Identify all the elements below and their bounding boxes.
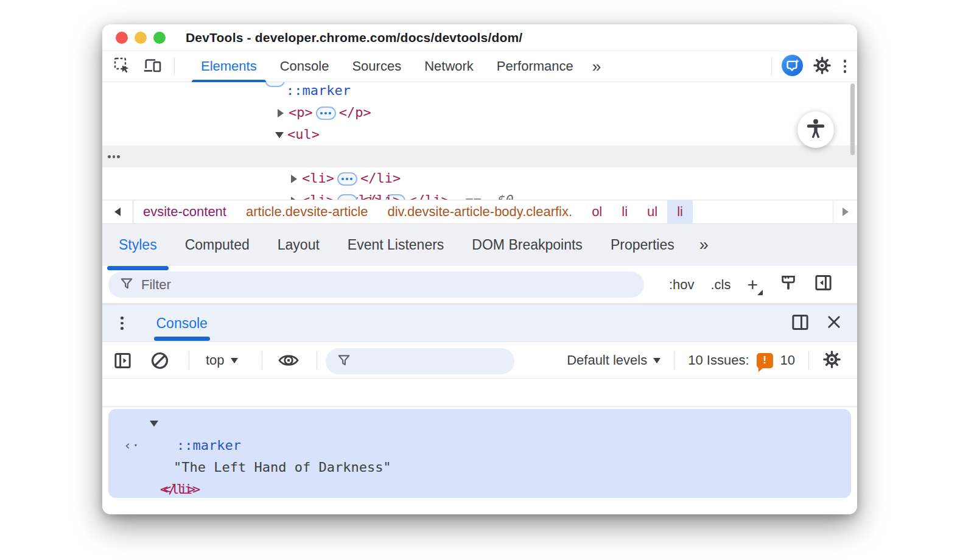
tab-event-listeners[interactable]: Event Listeners: [334, 224, 458, 266]
context-selector[interactable]: top: [206, 342, 238, 379]
styles-filter-input[interactable]: [141, 277, 633, 293]
styles-tab-bar: Styles Computed Layout Event Listeners D…: [102, 224, 857, 266]
title-bar: DevTools - developer.chrome.com/docs/dev…: [102, 24, 857, 51]
ellipsis-icon[interactable]: [337, 194, 357, 200]
breadcrumb-scroll-left-button[interactable]: [102, 200, 133, 223]
funnel-icon: [337, 353, 351, 370]
more-panels-icon[interactable]: »: [585, 57, 608, 76]
panel-tabs: Elements Console Sources Network Perform…: [189, 51, 608, 82]
breadcrumb-item[interactable]: article.devsite-article: [236, 200, 378, 223]
dropdown-caret-icon: [653, 358, 660, 363]
tab-sources[interactable]: Sources: [340, 51, 413, 82]
tab-layout[interactable]: Layout: [264, 224, 334, 266]
accessibility-button[interactable]: [797, 111, 834, 148]
toggle-hover-button[interactable]: :hov: [669, 277, 695, 293]
breadcrumb-item[interactable]: ol: [582, 200, 612, 223]
dom-row-marker[interactable]: ::marker: [102, 82, 857, 102]
issues-counter[interactable]: 10 Issues: ! 10: [688, 352, 795, 368]
console-command-row[interactable]: > $0: [102, 379, 857, 407]
expand-arrow-icon[interactable]: [278, 109, 284, 117]
breadcrumb-item[interactable]: div.devsite-article-body.clearfix.: [377, 200, 582, 223]
breadcrumb-item-selected[interactable]: li: [667, 200, 693, 223]
breadcrumb-item[interactable]: evsite-content: [133, 200, 236, 223]
toolbar-divider: [174, 57, 175, 75]
funnel-icon: [119, 276, 134, 293]
console-result[interactable]: ‹· <li> ::marker "The Left Hand of Darkn…: [108, 409, 851, 498]
close-drawer-icon[interactable]: [825, 313, 843, 333]
devtools-window: DevTools - developer.chrome.com/docs/dev…: [102, 24, 857, 514]
main-toolbar: Elements Console Sources Network Perform…: [102, 51, 857, 82]
log-levels-selector[interactable]: Default levels: [567, 352, 660, 368]
more-tabs-icon[interactable]: »: [691, 236, 717, 254]
tab-console[interactable]: Console: [268, 51, 341, 82]
rendering-brush-icon[interactable]: [779, 274, 797, 296]
drawer-tab-console[interactable]: Console: [154, 305, 210, 341]
collapse-arrow-icon[interactable]: [275, 132, 284, 138]
drawer-menu-icon[interactable]: [121, 317, 124, 330]
toggle-class-button[interactable]: .cls: [710, 277, 730, 293]
settings-gear-icon[interactable]: [813, 56, 832, 77]
clear-console-icon[interactable]: [150, 342, 170, 379]
issues-badge-icon: !: [757, 353, 773, 368]
ellipsis-icon[interactable]: [316, 107, 336, 120]
console-drawer-header: Console: [102, 304, 857, 342]
toolbar-divider: [262, 351, 262, 369]
inspect-icon[interactable]: [113, 57, 131, 77]
more-options-icon[interactable]: [844, 60, 847, 73]
toolbar-divider: [808, 351, 809, 369]
dropdown-caret-icon: [231, 358, 238, 363]
tab-computed[interactable]: Computed: [171, 224, 264, 266]
live-expression-eye-icon[interactable]: [278, 342, 300, 379]
breadcrumb-item[interactable]: li: [612, 200, 637, 223]
close-window-button[interactable]: [116, 32, 128, 44]
chevron-right-icon: [843, 208, 849, 216]
dock-sidebar-icon[interactable]: [814, 273, 833, 296]
toolbar-divider: [674, 351, 674, 369]
toolbar-divider: [317, 351, 317, 369]
chevron-left-icon: [114, 208, 121, 216]
row-overflow-dots-icon[interactable]: [108, 155, 120, 158]
minimize-window-button[interactable]: [135, 32, 147, 44]
tab-elements[interactable]: Elements: [189, 51, 268, 82]
console-sidebar-icon[interactable]: [113, 342, 132, 379]
tab-performance[interactable]: Performance: [485, 51, 585, 82]
dom-row-li-selected[interactable]: <li></li> == $0: [102, 145, 857, 167]
dom-row-li[interactable]: <li></li>: [102, 167, 857, 189]
traffic-lights: [116, 32, 166, 44]
dom-tree: ::marker <p></p> <ul> <li></li> == $0 <l…: [102, 82, 857, 200]
ellipsis-icon[interactable]: [337, 172, 357, 186]
tab-dom-breakpoints[interactable]: DOM Breakpoints: [458, 224, 597, 266]
expand-arrow-icon[interactable]: [291, 175, 297, 183]
console-toolbar: top Default levels 10 Issues: !: [102, 342, 857, 379]
window-title: DevTools - developer.chrome.com/docs/dev…: [186, 30, 522, 45]
console-filter[interactable]: [326, 348, 514, 374]
tab-properties[interactable]: Properties: [597, 224, 688, 266]
breadcrumb-bar: evsite-content article.devsite-article d…: [102, 200, 857, 224]
zoom-window-button[interactable]: [153, 32, 166, 44]
toolbar-divider: [189, 351, 189, 369]
breadcrumb-scroll-right-button[interactable]: [833, 200, 857, 223]
ai-assistant-icon[interactable]: [782, 55, 803, 79]
corner-triangle-icon: [757, 290, 763, 295]
styles-filter-row: :hov .cls +: [102, 266, 857, 304]
elements-scrollbar[interactable]: [850, 83, 855, 155]
breadcrumb-item[interactable]: ul: [637, 200, 667, 223]
new-style-rule-button[interactable]: +: [747, 276, 763, 294]
collapse-arrow-icon[interactable]: [150, 421, 158, 427]
console-settings-gear-icon[interactable]: [822, 350, 841, 371]
tab-network[interactable]: Network: [413, 51, 485, 82]
accessibility-icon: [805, 117, 827, 142]
toolbar-divider: [771, 57, 772, 75]
tab-styles[interactable]: Styles: [105, 224, 171, 266]
dom-row-ul[interactable]: <ul>: [102, 124, 857, 145]
device-toolbar-icon[interactable]: [143, 57, 162, 76]
split-panel-icon[interactable]: [791, 313, 810, 334]
styles-filter[interactable]: [108, 271, 644, 298]
console-output: > $0 ‹· <li> ::marker "The Left Hand of …: [102, 379, 857, 514]
dom-row-p[interactable]: <p></p>: [102, 102, 857, 124]
console-filter-input[interactable]: [359, 354, 503, 369]
dom-row-li-clipped[interactable]: <li></li>: [102, 189, 857, 200]
